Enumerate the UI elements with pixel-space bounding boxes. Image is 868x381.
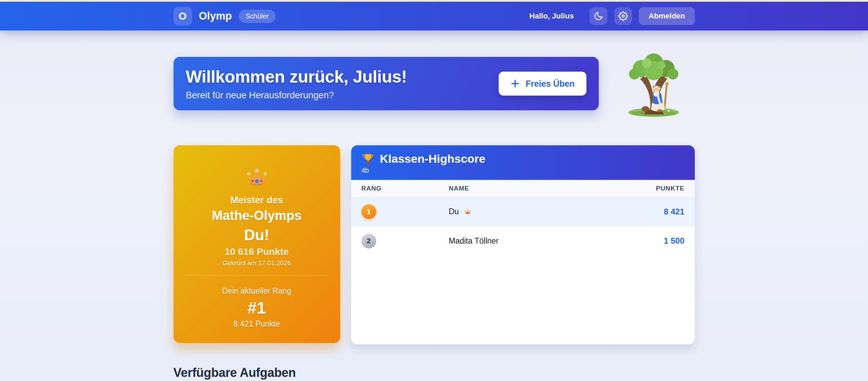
highscore-header: Klassen-Highscore 4b	[351, 145, 695, 180]
welcome-section: Willkommen zurück, Julius! Bereit für ne…	[174, 57, 695, 117]
current-rank-label: Dein aktueller Rang	[174, 286, 340, 296]
available-tasks-heading: Verfügbare Aufgaben	[174, 366, 695, 380]
app-logo[interactable]: O	[174, 7, 192, 25]
player-name: Madita Töllner	[449, 236, 499, 246]
champion-card: Meister des Mathe-Olymps Du! 10 616 Punk…	[174, 145, 340, 343]
logout-button[interactable]: Abmelden	[639, 7, 694, 25]
gear-icon	[618, 11, 628, 21]
welcome-title: Willkommen zurück, Julius!	[186, 67, 499, 87]
crown-icon	[464, 208, 472, 215]
player-points: 1 500	[623, 236, 685, 246]
app-title: Olymp	[199, 10, 232, 22]
rank-badge: 1	[361, 204, 376, 219]
column-header-rank: RANG	[361, 185, 449, 192]
column-header-name: NAME	[449, 185, 623, 192]
current-rank-points: 8 421 Punkte	[174, 319, 340, 329]
player-name: Du	[449, 207, 459, 216]
current-rank-value: #1	[174, 298, 340, 317]
app-logo-letter: O	[179, 10, 187, 22]
champion-points: 10 616 Punkte	[174, 244, 340, 257]
highscore-title: Klassen-Highscore	[380, 152, 486, 165]
settings-button[interactable]	[614, 7, 632, 25]
crown-icon	[245, 168, 269, 187]
dark-mode-toggle-button[interactable]	[590, 7, 607, 25]
column-header-points: PUNKTE	[623, 185, 685, 192]
highscore-card: Klassen-Highscore 4b RANG NAME PUNKTE 1 …	[351, 145, 695, 344]
champion-card-line2: Mathe-Olymps	[174, 208, 340, 223]
rank-badge: 2	[361, 234, 376, 248]
table-row: 1 Du 8 421	[351, 197, 695, 226]
welcome-subtitle: Bereit für neue Herausforderungen?	[186, 90, 499, 101]
champion-crowned-date: Gekrönt am 17.01.2026	[174, 259, 340, 267]
app-header: O Olymp Schüler Hallo, Julius Abmelden	[0, 2, 868, 30]
plus-icon	[510, 79, 520, 88]
free-practice-button[interactable]: Freies Üben	[499, 72, 586, 96]
trophy-icon	[361, 152, 374, 165]
zeus-under-tree-illustration	[626, 51, 681, 117]
welcome-banner: Willkommen zurück, Julius! Bereit für ne…	[174, 57, 599, 110]
moon-icon	[594, 11, 603, 21]
free-practice-label: Freies Üben	[525, 79, 574, 89]
table-row: 2 Madita Töllner 1 500	[351, 226, 695, 255]
highscore-column-headers: RANG NAME PUNKTE	[351, 180, 695, 197]
player-points: 8 421	[623, 207, 685, 217]
highscore-class-name: 4b	[361, 167, 685, 174]
divider	[189, 275, 325, 275]
champion-card-line3: Du!	[174, 226, 340, 244]
champion-card-line1: Meister des	[174, 195, 340, 206]
user-greeting: Hallo, Julius	[530, 12, 574, 21]
role-badge: Schüler	[239, 10, 276, 23]
